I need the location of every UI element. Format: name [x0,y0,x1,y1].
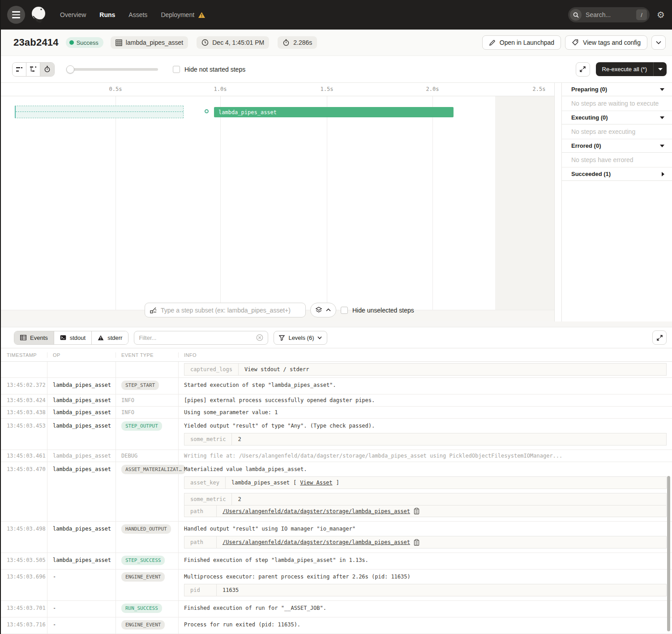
timed-view-button[interactable] [40,63,54,76]
column-header: OP [47,352,116,358]
nav-item-label: Assets [128,11,147,18]
metadata-table: captured_logsView stdout / stderr [184,363,667,376]
status-badge: Success [66,37,103,48]
event-type-badge: ASSET_MATERIALIZAT… [121,465,186,474]
log-info: Finished execution of run for "__ASSET_J… [178,601,672,617]
nav-item-deployment[interactable]: Deployment [161,11,205,18]
sidebar-section-preparing[interactable]: Preparing (0) [562,83,672,96]
metadata-key: captured_logs [184,364,239,375]
metadata-value: 2 [232,433,247,445]
log-event-type: INFO [116,394,178,406]
open-launchpad-button[interactable]: Open in Launchpad [482,35,561,50]
step-status-sidebar: Preparing (0) No steps are waiting to ex… [561,83,672,321]
step-waiting-box [15,106,184,118]
log-message: [pipes] external process successfully op… [184,397,668,403]
log-filter-input[interactable]: Filter... [134,331,268,345]
log-op: lambda_pipes_asset [47,450,116,462]
axis-tick: 0.5s [109,86,122,92]
gantt-expand-button[interactable] [576,62,590,77]
nav-item-label: Overview [60,11,86,18]
dagster-logo-icon[interactable] [29,5,48,25]
copy-icon[interactable] [414,508,419,514]
log-info: Multiprocess executor: parent process ex… [178,570,672,600]
funnel-icon [279,335,285,341]
log-table-header: TIMESTAMP OP EVENT TYPE INFO [0,348,672,362]
log-row: 13:45:03.505lambda_pipes_assetSTEP_SUCCE… [0,553,672,570]
dagster-run-page: Overview Runs Assets Deployment Search..… [0,0,672,634]
panel-divider[interactable] [555,83,561,321]
tab-stdout[interactable]: stdout [54,331,92,344]
log-message: Writing file at: /Users/alangenfeld/data… [184,453,668,459]
duration: 2.286s [293,39,312,46]
step-subset-input[interactable]: Type a step subset (ex: lambda_pipes_ass… [145,303,306,317]
event-type-badge: STEP_OUTPUT [121,421,162,431]
metadata-row: captured_logsView stdout / stderr [184,364,666,375]
clear-filter-icon[interactable] [256,334,263,341]
log-timestamp: 13:45:03.701 [0,601,47,617]
log-info: Process for run exited (pid: 11635). [178,617,672,634]
nav-item-label: Deployment [161,11,194,18]
reexecute-all-button[interactable]: Re-execute all (*) [596,62,667,76]
more-actions-button[interactable] [651,35,666,50]
run-tags: lambda_pipes_asset Dec 4, 1:45:01 PM 2.2… [111,36,317,49]
hide-not-started-label: Hide not started steps [184,66,245,73]
nav-item-runs[interactable]: Runs [99,11,115,18]
log-event-type: DEBUG [116,450,178,462]
nav-item-assets[interactable]: Assets [128,11,147,18]
copy-icon[interactable] [414,539,419,546]
nav-item-overview[interactable]: Overview [60,11,86,18]
log-op: lambda_pipes_asset [47,419,116,450]
metadata-path-link[interactable]: /Users/alangenfeld/data/dagster/storage/… [223,508,410,514]
settings-gear-icon[interactable]: ⚙ [657,10,665,19]
nav-item-label: Runs [99,11,115,18]
tab-stderr[interactable]: stderr [92,331,128,344]
start-time: Dec 4, 1:45:01 PM [212,39,264,46]
log-timestamp: 13:45:03.461 [0,450,47,462]
log-row: 13:45:03.470lambda_pipes_assetASSET_MATE… [0,462,672,522]
tab-events[interactable]: Events [14,331,54,344]
sidebar-section-succeeded[interactable]: Succeeded (1) [562,167,672,181]
view-logs-link[interactable]: View stdout / stderr [244,366,309,373]
log-event-type: ENGINE_EVENT [116,570,178,600]
metadata-value: lambda_pipes_asset[View Asset] [226,477,345,488]
hide-unselected-checkbox[interactable] [341,307,348,314]
logs-scrollbar[interactable] [667,476,670,631]
sidebar-section-errored[interactable]: Errored (0) [562,139,672,153]
metadata-path-link[interactable]: /Users/alangenfeld/data/dagster/storage/… [223,539,410,545]
gantt-step-bar[interactable]: lambda_pipes_asset [214,107,454,117]
levels-dropdown[interactable]: Levels (6) [274,331,327,345]
log-op: lambda_pipes_asset [47,553,116,569]
hide-not-started-checkbox[interactable] [173,66,180,73]
view-asset-link[interactable]: View Asset [300,480,332,486]
chevron-down-icon [656,41,661,44]
metadata-row: path/Users/alangenfeld/data/dagster/stor… [184,536,666,548]
flat-view-button[interactable] [13,63,26,76]
caret-down-icon [660,145,664,147]
step-start-marker-icon [205,109,209,113]
bracket: [ [293,480,296,486]
run-gantt-section: 0.5s 1.0s 1.5s 2.0s 2.5s lambda_pipes_as… [0,83,672,321]
slider-thumb[interactable] [66,65,74,73]
reexecute-caret-button[interactable] [653,62,667,76]
search-input[interactable]: Search... / [568,7,650,22]
start-time-tag: Dec 4, 1:45:01 PM [197,36,269,49]
zoom-fit-button[interactable] [310,303,336,317]
zoom-slider[interactable] [66,65,158,73]
job-tag[interactable]: lambda_pipes_asset [111,36,188,49]
horizontal-split-divider[interactable] [0,321,672,327]
view-tags-config-button[interactable]: View tags and config [565,35,647,50]
gantt-step-bar-label: lambda_pipes_asset [218,109,277,116]
menu-button[interactable] [7,6,25,24]
caret-up-icon [326,308,331,312]
metadata-row: asset_keylambda_pipes_asset[View Asset] [184,477,666,488]
log-op: - [47,570,116,600]
sidebar-section-executing[interactable]: Executing (0) [562,111,672,124]
logs-expand-button[interactable] [652,330,667,345]
waterfall-view-button[interactable] [26,63,40,76]
event-type-badge: ENGINE_EVENT [121,572,165,582]
log-event-type: STEP_START [116,378,178,394]
metadata-text: 11635 [223,587,239,593]
gantt-body: lambda_pipes_asset [0,96,554,310]
metadata-text: lambda_pipes_asset [231,480,290,486]
log-event-type [116,362,178,377]
